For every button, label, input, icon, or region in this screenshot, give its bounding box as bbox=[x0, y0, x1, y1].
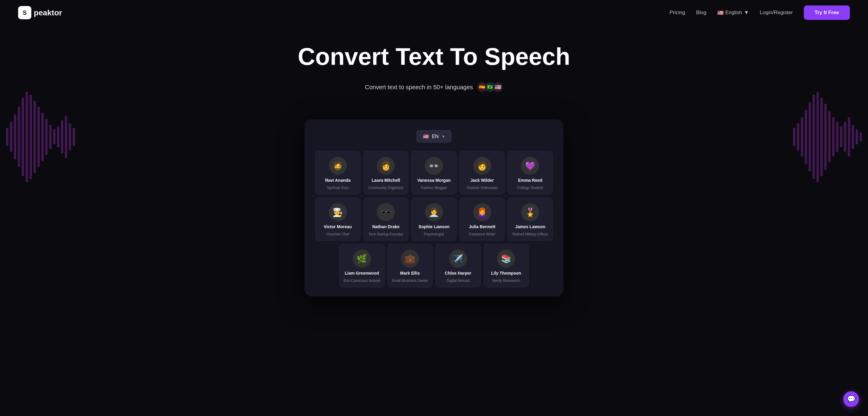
voice-card[interactable]: 📚 Lily Thompson Nerdy Bookworm bbox=[484, 244, 529, 287]
language-selector[interactable]: 🇺🇸 English ▼ bbox=[717, 10, 749, 16]
voice-name: Vanessa Morgan bbox=[417, 178, 451, 183]
voice-avatar: 👨‍🍳 bbox=[329, 203, 347, 221]
pricing-link[interactable]: Pricing bbox=[670, 10, 685, 16]
language-label: English bbox=[725, 10, 742, 16]
voice-name: Mark Ellis bbox=[400, 271, 420, 275]
voice-role: Community Organizer bbox=[368, 186, 404, 190]
voice-name: Nathan Drake bbox=[372, 224, 399, 229]
try-free-button[interactable]: Try It Free bbox=[804, 5, 850, 20]
voice-role: Gourmet Chef bbox=[327, 232, 349, 236]
voice-role: Digital Nomad bbox=[447, 278, 469, 283]
hero-section: Convert Text To Speech Convert text to s… bbox=[0, 25, 868, 119]
voice-card[interactable]: 🧔 Ravi Ananda Spiritual Guru bbox=[315, 151, 361, 195]
voice-panel: 🇺🇸 EN ▼ 🧔 Ravi Ananda Spiritual Guru 👩 L… bbox=[304, 119, 564, 296]
voice-avatar: 🧔 bbox=[329, 157, 347, 175]
panel-lang-dropdown: 🇺🇸 EN ▼ bbox=[315, 130, 553, 143]
voice-avatar: 👩 bbox=[377, 157, 395, 175]
panel-chevron-icon: ▼ bbox=[441, 135, 445, 139]
voice-avatar: 👩‍🦰 bbox=[473, 203, 491, 221]
chat-button[interactable]: 💬 bbox=[843, 391, 859, 407]
voice-card[interactable]: 🧑 Jack Wilder Outdoor Enthusiast bbox=[460, 151, 505, 195]
voice-name: Julia Bennett bbox=[469, 224, 495, 229]
voice-role: Freelance Writer bbox=[469, 232, 495, 236]
voice-avatar: 💜 bbox=[521, 157, 539, 175]
logo[interactable]: S peaktor bbox=[18, 6, 62, 19]
voice-name: Jack Wilder bbox=[470, 178, 494, 183]
voice-role: Spiritual Guru bbox=[327, 186, 349, 190]
voice-avatar: 🧑 bbox=[473, 157, 491, 175]
voice-card[interactable]: 👩‍💼 Sophie Lawson Psychologist bbox=[411, 198, 457, 241]
panel-lang-button[interactable]: 🇺🇸 EN ▼ bbox=[416, 130, 452, 143]
voice-role: Nerdy Bookworm bbox=[492, 278, 520, 283]
voice-role: Fashion Blogger bbox=[421, 186, 447, 190]
voice-name: James Lawson bbox=[515, 224, 545, 229]
voice-card[interactable]: 💼 Mark Ellis Small Business Owner bbox=[388, 244, 433, 287]
voice-card[interactable]: 👓 Vanessa Morgan Fashion Blogger bbox=[411, 151, 457, 195]
voice-card[interactable]: 👩‍🦰 Julia Bennett Freelance Writer bbox=[460, 198, 505, 241]
voice-card[interactable]: 👩 Laura Mitchell Community Organizer bbox=[364, 151, 409, 195]
voice-card[interactable]: ✈️ Chloe Harper Digital Nomad bbox=[435, 244, 481, 287]
voice-avatar: 👓 bbox=[425, 157, 443, 175]
voice-name: Chloe Harper bbox=[445, 271, 471, 275]
voice-role: Tech Startup Founder bbox=[369, 232, 403, 236]
voice-card[interactable]: 🎖️ James Lawson Retired Military Officer bbox=[507, 198, 553, 241]
language-flags: 🇪🇸 🇧🇷 🇺🇸 bbox=[477, 82, 503, 92]
voice-grid-row2: 👨‍🍳 Victor Moreau Gourmet Chef 🕶️ Nathan… bbox=[315, 198, 553, 241]
voice-name: Laura Mitchell bbox=[372, 178, 400, 183]
voice-card[interactable]: 💜 Emma Reed College Student bbox=[507, 151, 553, 195]
panel-lang-label: EN bbox=[432, 134, 438, 139]
voice-card[interactable]: 🕶️ Nathan Drake Tech Startup Founder bbox=[364, 198, 409, 241]
logo-name: peaktor bbox=[34, 8, 62, 18]
voice-role: Eco-Conscious Activist bbox=[344, 278, 380, 283]
voice-avatar: 🎖️ bbox=[521, 203, 539, 221]
voice-grid-row1: 🧔 Ravi Ananda Spiritual Guru 👩 Laura Mit… bbox=[315, 151, 553, 195]
voice-card[interactable]: 🌿 Liam Greenwood Eco-Conscious Activist bbox=[339, 244, 384, 287]
voice-avatar: 💼 bbox=[401, 249, 419, 268]
voice-avatar: 🕶️ bbox=[377, 203, 395, 221]
voice-avatar: 👩‍💼 bbox=[425, 203, 443, 221]
voice-grid-row3: 🌿 Liam Greenwood Eco-Conscious Activist … bbox=[315, 244, 553, 287]
voice-name: Liam Greenwood bbox=[345, 271, 379, 275]
voice-card[interactable]: 👨‍🍳 Victor Moreau Gourmet Chef bbox=[315, 198, 361, 241]
voice-avatar: 🌿 bbox=[353, 249, 371, 268]
voice-name: Ravi Ananda bbox=[325, 178, 350, 183]
panel-flag-icon: 🇺🇸 bbox=[423, 133, 429, 139]
logo-icon: S bbox=[18, 6, 31, 19]
hero-title: Convert Text To Speech bbox=[6, 43, 862, 70]
voice-name: Emma Reed bbox=[518, 178, 542, 183]
blog-link[interactable]: Blog bbox=[696, 10, 706, 16]
voice-role: Retired Military Officer bbox=[513, 232, 548, 236]
voice-avatar: ✈️ bbox=[449, 249, 467, 268]
voice-role: College Student bbox=[517, 186, 543, 190]
voice-name: Sophie Lawson bbox=[418, 224, 450, 229]
nav-links: Pricing Blog 🇺🇸 English ▼ Login/Register… bbox=[670, 5, 850, 20]
voice-name: Lily Thompson bbox=[491, 271, 521, 275]
usa-flag-icon: 🇺🇸 bbox=[493, 82, 503, 92]
us-flag-icon: 🇺🇸 bbox=[717, 10, 724, 16]
navbar: S peaktor Pricing Blog 🇺🇸 English ▼ Logi… bbox=[0, 0, 868, 25]
chevron-down-icon: ▼ bbox=[744, 10, 749, 16]
voice-name: Victor Moreau bbox=[324, 224, 352, 229]
subtitle-row: Convert text to speech in 50+ languages … bbox=[6, 82, 862, 92]
voice-avatar: 📚 bbox=[497, 249, 515, 268]
voice-role: Small Business Owner bbox=[392, 278, 428, 283]
chat-icon: 💬 bbox=[847, 395, 855, 403]
voice-role: Outdoor Enthusiast bbox=[467, 186, 498, 190]
subtitle-text: Convert text to speech in 50+ languages bbox=[365, 84, 473, 91]
panel-wrapper: 🇺🇸 EN ▼ 🧔 Ravi Ananda Spiritual Guru 👩 L… bbox=[0, 119, 868, 315]
voice-role: Psychologist bbox=[424, 232, 444, 236]
login-register-link[interactable]: Login/Register bbox=[760, 10, 793, 16]
